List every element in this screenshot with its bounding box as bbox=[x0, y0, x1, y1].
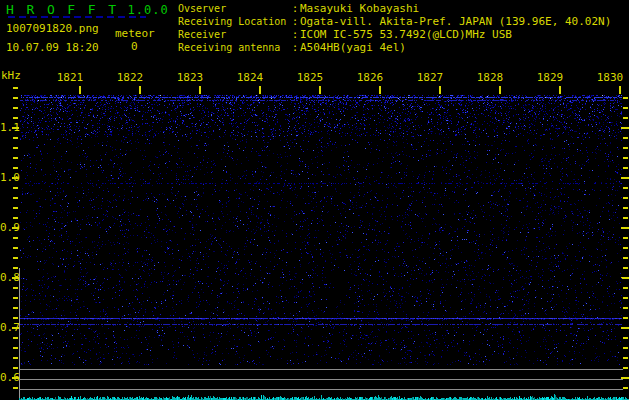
freq-tick bbox=[623, 357, 628, 359]
info-row: Receiving Location:Ogata-vill. Akita-Pre… bbox=[178, 15, 611, 28]
freq-tick bbox=[621, 327, 629, 329]
level-gridline bbox=[19, 369, 623, 370]
freq-tick bbox=[13, 287, 18, 289]
time-tick bbox=[559, 86, 561, 94]
freq-tick bbox=[623, 347, 628, 349]
freq-tick bbox=[13, 297, 18, 299]
time-label: 1829 bbox=[530, 71, 570, 84]
freq-tick bbox=[12, 227, 19, 229]
observation-datetime: 10.07.09 18:20 bbox=[6, 41, 99, 54]
info-row: Receiver:ICOM IC-575 53.7492(@LCD)MHz US… bbox=[178, 28, 611, 41]
freq-tick bbox=[623, 367, 628, 369]
time-label: 1822 bbox=[110, 71, 150, 84]
info-colon: : bbox=[290, 28, 300, 41]
freq-tick bbox=[12, 127, 19, 129]
info-row: Ovserver:Masayuki Kobayashi bbox=[178, 2, 611, 15]
freq-tick bbox=[13, 337, 18, 339]
hrofft-screen: H R O F F T1.0.0 1007091820.png meteor 1… bbox=[0, 0, 629, 400]
time-label: 1826 bbox=[350, 71, 390, 84]
time-label: 1823 bbox=[170, 71, 210, 84]
info-label: Receiving Location bbox=[178, 15, 290, 28]
time-label: 1825 bbox=[290, 71, 330, 84]
output-filename: 1007091820.png bbox=[6, 22, 99, 35]
freq-tick bbox=[623, 137, 628, 139]
info-label: Receiving antenna bbox=[178, 41, 290, 54]
freq-tick bbox=[13, 237, 18, 239]
freq-tick bbox=[623, 217, 628, 219]
freq-tick bbox=[623, 97, 628, 99]
level-gridline bbox=[19, 379, 623, 380]
info-colon: : bbox=[290, 41, 300, 54]
time-label: 1821 bbox=[50, 71, 90, 84]
freq-tick bbox=[623, 297, 628, 299]
time-label: 1830 bbox=[590, 71, 629, 84]
info-colon: : bbox=[290, 15, 300, 28]
freq-tick bbox=[621, 177, 629, 179]
time-tick bbox=[499, 86, 501, 94]
freq-tick bbox=[623, 107, 628, 109]
freq-tick bbox=[13, 247, 18, 249]
freq-tick bbox=[623, 387, 628, 389]
info-label: Ovserver bbox=[178, 2, 290, 15]
freq-tick bbox=[623, 287, 628, 289]
freq-tick bbox=[621, 277, 629, 279]
freq-tick bbox=[13, 357, 18, 359]
freq-tick bbox=[623, 307, 628, 309]
info-value: A504HB(yagi 4el) bbox=[300, 41, 406, 54]
freq-tick bbox=[13, 387, 18, 389]
freq-tick bbox=[12, 377, 19, 379]
meteor-count: 0 bbox=[131, 40, 138, 53]
freq-tick bbox=[13, 97, 18, 99]
info-value: Ogata-vill. Akita-Pref. JAPAN (139.96E, … bbox=[300, 15, 611, 28]
freq-tick bbox=[13, 137, 18, 139]
time-tick bbox=[319, 86, 321, 94]
freq-tick bbox=[13, 217, 18, 219]
freq-tick bbox=[13, 267, 18, 269]
time-tick bbox=[79, 86, 81, 94]
time-label: 1824 bbox=[230, 71, 270, 84]
freq-tick bbox=[13, 197, 18, 199]
freq-tick bbox=[623, 197, 628, 199]
app-title: H R O F F T bbox=[6, 2, 119, 17]
title-row: H R O F F T1.0.0 bbox=[6, 2, 169, 17]
app-version: 1.0.0 bbox=[128, 3, 169, 17]
freq-tick bbox=[623, 267, 628, 269]
freq-tick bbox=[13, 187, 18, 189]
freq-tick bbox=[623, 337, 628, 339]
freq-tick bbox=[623, 187, 628, 189]
freq-tick bbox=[12, 177, 19, 179]
info-colon: : bbox=[290, 2, 300, 15]
time-label: 1827 bbox=[410, 71, 450, 84]
freq-tick bbox=[13, 207, 18, 209]
freq-tick bbox=[623, 167, 628, 169]
freq-tick bbox=[13, 307, 18, 309]
freq-tick bbox=[623, 317, 628, 319]
freq-axis-unit: kHz bbox=[1, 69, 21, 82]
title-underline bbox=[8, 16, 146, 18]
freq-tick bbox=[13, 167, 18, 169]
freq-tick bbox=[13, 107, 18, 109]
time-label: 1828 bbox=[470, 71, 510, 84]
info-value: ICOM IC-575 53.7492(@LCD)MHz USB bbox=[300, 28, 512, 41]
time-tick bbox=[139, 86, 141, 94]
freq-tick bbox=[13, 317, 18, 319]
freq-tick bbox=[13, 347, 18, 349]
freq-tick bbox=[623, 207, 628, 209]
info-row: Receiving antenna:A504HB(yagi 4el) bbox=[178, 41, 611, 54]
freq-tick bbox=[13, 87, 18, 89]
level-plot-canvas bbox=[19, 390, 629, 400]
freq-tick bbox=[12, 327, 19, 329]
info-value: Masayuki Kobayashi bbox=[300, 2, 419, 15]
freq-tick bbox=[623, 247, 628, 249]
mode-label: meteor bbox=[115, 27, 155, 40]
spectrogram-canvas bbox=[20, 95, 622, 365]
freq-tick bbox=[621, 227, 629, 229]
freq-tick bbox=[623, 117, 628, 119]
freq-tick bbox=[623, 147, 628, 149]
time-tick bbox=[199, 86, 201, 94]
freq-tick bbox=[13, 367, 18, 369]
freq-tick bbox=[623, 257, 628, 259]
time-tick bbox=[379, 86, 381, 94]
freq-tick bbox=[623, 237, 628, 239]
freq-tick bbox=[623, 157, 628, 159]
